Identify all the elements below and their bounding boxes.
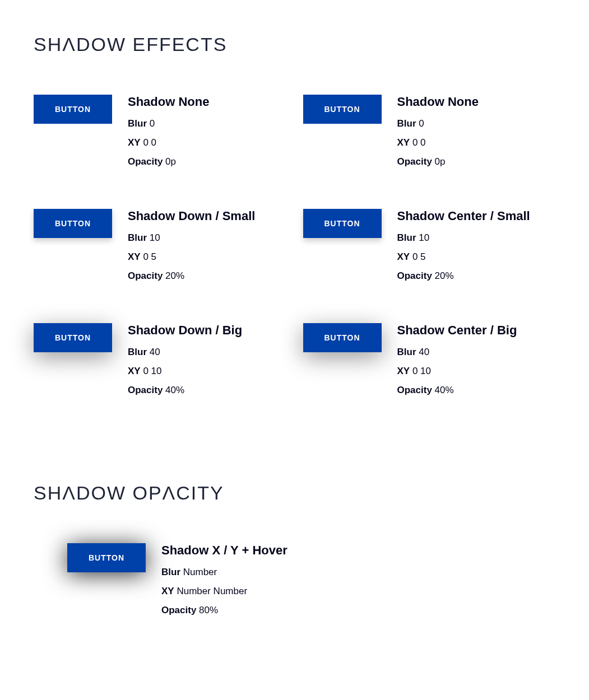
spec-opacity: Opacity 40% [397,385,517,396]
spec-title: Shadow None [128,95,209,109]
spec-opacity: Opacity 0p [397,156,479,167]
example-button-none-2[interactable]: BUTTON [303,95,382,124]
example-center-small: BUTTONShadow Center / SmallBlur 10XY 0 5… [303,209,556,290]
example-button-hover[interactable]: BUTTON [67,543,146,572]
example-button-down-big[interactable]: BUTTON [34,323,112,352]
spec-title: Shadow X / Y + Hover [161,543,287,558]
spec-block: Shadow Center / BigBlur 40XY 0 10Opacity… [397,323,517,404]
spec-opacity: Opacity 80% [161,605,287,616]
spec-blur: Blur Number [161,567,287,578]
spec-blur: Blur 0 [128,118,209,129]
spec-blur: Blur 40 [128,347,242,358]
section-title-effects: SHΛDOW EFFECTS [34,34,555,55]
spec-block: Shadow X / Y + Hover Blur Number XY Numb… [161,543,287,624]
spec-xy: XY 0 0 [397,137,479,148]
example-down-big: BUTTONShadow Down / BigBlur 40XY 0 10Opa… [34,323,286,404]
spec-title: Shadow None [397,95,479,109]
spec-block: Shadow Down / SmallBlur 10XY 0 5Opacity … [128,209,255,290]
example-button-down-small[interactable]: BUTTON [34,209,112,238]
spec-blur: Blur 0 [397,118,479,129]
spec-opacity: Opacity 20% [397,270,530,282]
spec-xy: XY 0 5 [128,251,255,263]
spec-block: Shadow NoneBlur 0XY 0 0Opacity 0p [397,95,479,175]
spec-opacity: Opacity 0p [128,156,209,167]
spec-title: Shadow Center / Small [397,209,530,223]
spec-title: Shadow Down / Big [128,323,242,338]
example-none-2: BUTTONShadow NoneBlur 0XY 0 0Opacity 0p [303,95,556,175]
spec-blur: Blur 10 [397,232,530,244]
spec-block: Shadow Center / SmallBlur 10XY 0 5Opacit… [397,209,530,290]
spec-xy: XY Number Number [161,586,287,597]
section-title-opacity: SHΛDOW OPΛCITY [34,482,555,504]
example-button-center-big[interactable]: BUTTON [303,323,382,352]
spec-title: Shadow Down / Small [128,209,255,223]
opacity-example: BUTTON Shadow X / Y + Hover Blur Number … [67,543,555,624]
spec-title: Shadow Center / Big [397,323,517,338]
spec-xy: XY 0 5 [397,251,530,263]
spec-blur: Blur 10 [128,232,255,244]
example-button-none-1[interactable]: BUTTON [34,95,112,124]
spec-block: Shadow Down / BigBlur 40XY 0 10Opacity 4… [128,323,242,404]
spec-opacity: Opacity 40% [128,385,242,396]
example-down-small: BUTTONShadow Down / SmallBlur 10XY 0 5Op… [34,209,286,290]
spec-xy: XY 0 10 [128,366,242,377]
example-button-center-small[interactable]: BUTTON [303,209,382,238]
example-none-1: BUTTONShadow NoneBlur 0XY 0 0Opacity 0p [34,95,286,175]
spec-block: Shadow NoneBlur 0XY 0 0Opacity 0p [128,95,209,175]
spec-xy: XY 0 10 [397,366,517,377]
spec-opacity: Opacity 20% [128,270,255,282]
effects-grid: BUTTONShadow NoneBlur 0XY 0 0Opacity 0pB… [34,95,555,404]
spec-blur: Blur 40 [397,347,517,358]
spec-xy: XY 0 0 [128,137,209,148]
example-center-big: BUTTONShadow Center / BigBlur 40XY 0 10O… [303,323,556,404]
